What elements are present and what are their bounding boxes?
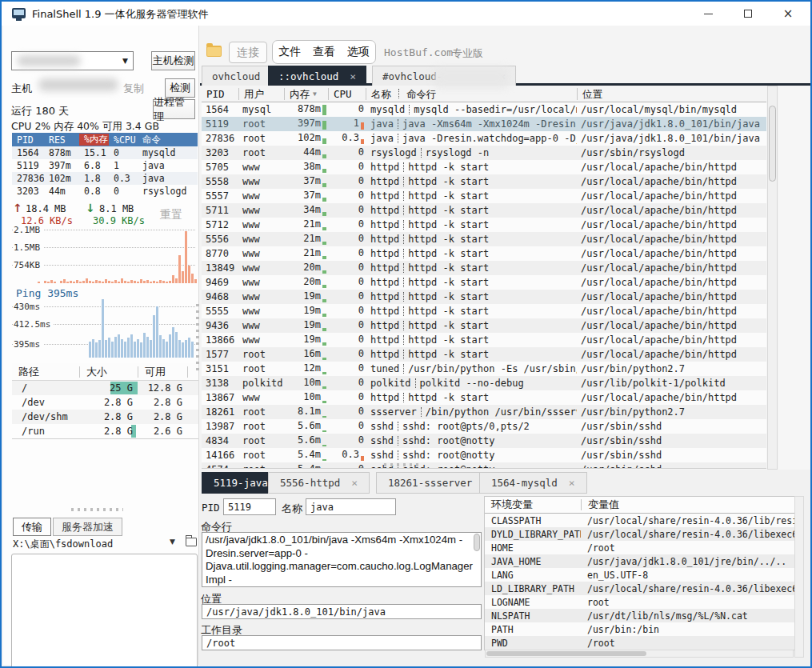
process-table-scrollbar[interactable]	[767, 86, 778, 470]
col-name-cmd[interactable]: 名称命令行	[366, 88, 577, 100]
disk-row[interactable]: /dev2.8 G2.8 G	[12, 395, 198, 410]
process-row[interactable]: 3151root12m0tuned/usr/bin/python -Es /us…	[202, 362, 766, 376]
location-field[interactable]	[202, 604, 482, 619]
tab-server-accel[interactable]: 服务器加速	[53, 518, 122, 536]
env-row[interactable]: PATH/usr/bin:/bin	[485, 622, 794, 636]
mini-col-cpu[interactable]: %CPU	[109, 134, 138, 146]
env-row[interactable]: PWD/root	[485, 636, 794, 650]
mini-process-row[interactable]: 1564878m15.10mysqld	[12, 146, 198, 159]
process-row[interactable]: 8770www21m0httpdhttpd -k start/usr/local…	[202, 246, 766, 261]
process-row[interactable]: 4574root5.4m0sshdsshd: root@notty/usr/sb…	[202, 462, 766, 469]
menu-view[interactable]: 查看	[313, 45, 335, 59]
scrollbar-thumb[interactable]	[486, 651, 646, 656]
env-vscrollbar-track[interactable]	[794, 496, 804, 658]
menu-options[interactable]: 选项	[347, 45, 370, 59]
disk-col-size[interactable]: 大小	[79, 366, 138, 378]
env-col-value[interactable]: 变量值	[581, 499, 794, 510]
connect-button[interactable]: 连接	[229, 42, 267, 63]
pro-version-link[interactable]: 专业版	[452, 46, 483, 61]
scrollbar-thumb[interactable]	[769, 106, 776, 182]
process-row[interactable]: 5119root397m1javajava -Xms64m -Xmx1024m …	[202, 117, 766, 131]
process-row[interactable]: 9436www19m0httpdhttpd -k start/usr/local…	[202, 318, 766, 333]
env-row[interactable]: JAVA_HOME/usr/java/jdk1.8.0_101/jre/bin/…	[485, 554, 794, 568]
process-row[interactable]: 5558www37m0httpdhttpd -k start/usr/local…	[202, 174, 766, 189]
env-row[interactable]: LOGNAMEroot	[485, 595, 794, 609]
tab-transfer[interactable]: 传输	[13, 518, 51, 536]
tab-close-icon[interactable]: ×	[351, 477, 358, 489]
tab-close-icon[interactable]: ×	[350, 70, 356, 82]
process-row[interactable]: 4834root5.6m0sshdsshd: root@notty/usr/sb…	[202, 434, 766, 448]
process-row[interactable]: 5712www21m0httpdhttpd -k start/usr/local…	[202, 218, 766, 232]
process-row[interactable]: 13866www19m0httpdhttpd -k start/usr/loca…	[202, 333, 766, 347]
open-folder-icon[interactable]	[186, 538, 197, 546]
detail-tab-mysqld[interactable]: 1564-mysqld ×	[479, 472, 587, 494]
col-location[interactable]: 位置	[577, 88, 766, 100]
bottom-splitter-handle[interactable]	[384, 463, 422, 466]
env-row[interactable]: CLASSPATH/usr/local/share/resin-4.0.36/l…	[485, 514, 794, 527]
process-row[interactable]: 13849www20m0httpdhttpd -k start/usr/loca…	[202, 261, 766, 275]
process-row[interactable]: 13867www10m0httpdhttpd -k start/usr/loca…	[202, 390, 766, 405]
close-icon[interactable]: ×	[770, 2, 806, 26]
env-row[interactable]: LD_LIBRARY_PATH/usr/local/share/resin-4.…	[485, 582, 794, 595]
detail-tab-httpd[interactable]: 5556-httpd ×	[268, 472, 370, 494]
mini-col-mem[interactable]: %内存	[79, 134, 109, 146]
process-row[interactable]: 9468www19m0httpdhttpd -k start/usr/local…	[202, 290, 766, 304]
mini-process-row[interactable]: 5119397m6.81java	[12, 159, 198, 172]
process-row[interactable]: 5555www19m0httpdhttpd -k start/usr/local…	[202, 304, 766, 318]
disk-col-path[interactable]: 路径	[12, 366, 79, 378]
env-col-name[interactable]: 环境变量	[485, 499, 581, 510]
col-pid[interactable]: PID	[202, 88, 238, 100]
disk-row[interactable]: /25 G12.8 G	[12, 381, 198, 395]
process-row[interactable]: 18261root8.1m0ssserver/bin/python /usr/b…	[202, 405, 766, 419]
copy-link[interactable]: 复制	[123, 82, 144, 96]
workdir-field[interactable]	[202, 635, 482, 650]
env-row[interactable]: DYLD_LIBRARY_PATH/usr/local/share/resin-…	[485, 527, 794, 541]
mini-col-res[interactable]: RES	[44, 134, 79, 146]
mini-col-cmd[interactable]: 命令	[138, 134, 198, 146]
name-field[interactable]	[306, 498, 396, 515]
env-row[interactable]: NLSPATH/usr/dt/lib/nls/msg/%L/%N.cat	[485, 609, 794, 622]
env-row[interactable]: HOME/root	[485, 541, 794, 554]
process-row[interactable]: 14166root5.4m0.3sshdsshd: root@notty/usr…	[202, 448, 766, 462]
col-user[interactable]: 用户	[238, 88, 284, 100]
cmdline-scrollbar[interactable]	[474, 534, 480, 551]
host-combobox[interactable]: ▼	[11, 51, 134, 70]
process-row[interactable]: 5705www38m0httpdhttpd -k start/usr/local…	[202, 160, 766, 174]
process-row[interactable]: 13987root5.6m0sshdsshd: root@pts/0,pts/2…	[202, 419, 766, 434]
process-row[interactable]: 3203root44m0rsyslogdrsyslogd -n/usr/sbin…	[202, 146, 766, 160]
path-dropdown-icon[interactable]: ▼	[170, 538, 175, 546]
process-row[interactable]: 1577root16m0httpdhttpd -k start/usr/loca…	[202, 347, 766, 362]
process-row[interactable]: 5711www34m0httpdhttpd -k start/usr/local…	[202, 203, 766, 218]
disk-row[interactable]: /dev/shm2.8 G2.8 G	[12, 410, 198, 424]
process-manage-button[interactable]: 进程管理	[153, 99, 195, 119]
process-row[interactable]: 27836root102m0.3javajava -Dresin.watchdo…	[202, 131, 766, 146]
disk-row[interactable]: /run2.8 G2.6 G	[12, 424, 198, 438]
main-splitter-handle[interactable]	[196, 304, 199, 372]
col-cpu[interactable]: CPU	[328, 88, 366, 100]
left-splitter-handle[interactable]	[71, 508, 123, 511]
hostbuf-link[interactable]: HostBuf.com	[384, 46, 453, 58]
download-path[interactable]: X:\桌面\fsdownload	[13, 538, 113, 551]
process-row[interactable]: 5557www37m0httpdhttpd -k start/usr/local…	[202, 189, 766, 203]
conn-tab-ovhcloud-active[interactable]: ::ovhcloud ×	[268, 66, 366, 86]
env-hscrollbar[interactable]	[485, 650, 794, 658]
disk-col-avail[interactable]: 可用	[138, 366, 187, 378]
maximize-icon[interactable]	[730, 2, 766, 26]
col-mem[interactable]: 内存▼	[284, 88, 328, 100]
folder-icon[interactable]	[206, 46, 222, 57]
mini-col-pid[interactable]: PID	[12, 134, 44, 146]
minimize-icon[interactable]	[690, 2, 726, 26]
process-row[interactable]: 5556www21m0httpdhttpd -k start/usr/local…	[202, 232, 766, 246]
host-check-button[interactable]: 主机检测	[151, 51, 195, 70]
pid-field[interactable]	[223, 498, 276, 515]
mini-process-row[interactable]: 320344m0.80rsyslogd	[12, 185, 198, 198]
reset-button[interactable]: 重置	[160, 208, 182, 222]
mini-process-row[interactable]: 27836102m1.80.3java	[12, 172, 198, 185]
cmdline-field[interactable]: /usr/java/jdk1.8.0_101/bin/java -Xms64m …	[202, 533, 481, 586]
process-row[interactable]: 3138polkitd10m0polkitdpolkitd --no-debug…	[202, 376, 766, 390]
menu-file[interactable]: 文件	[278, 45, 301, 59]
process-row[interactable]: 9469www20m0httpdhttpd -k start/usr/local…	[202, 275, 766, 290]
tab-close-icon[interactable]: ×	[569, 477, 575, 489]
env-row[interactable]: LANGen_US.UTF-8	[485, 568, 794, 582]
process-row[interactable]: 1564mysql878m0mysqldmysqld --basedir=/us…	[202, 102, 766, 117]
